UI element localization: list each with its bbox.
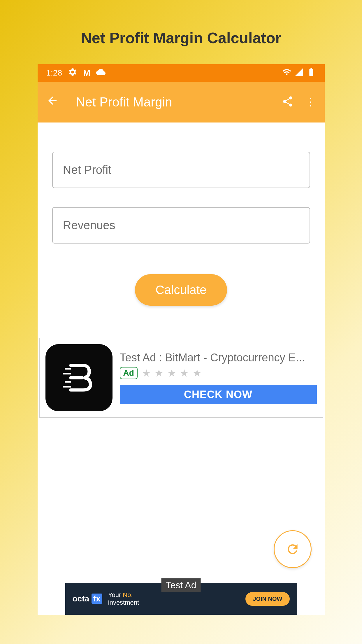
- status-bar-left: 1:28 M: [46, 67, 106, 79]
- status-time: 1:28: [46, 68, 62, 78]
- refresh-fab[interactable]: [274, 530, 312, 568]
- ad-meta-row: Ad ★ ★ ★ ★ ★: [120, 367, 317, 379]
- app-bar: Net Profit Margin ⋮: [38, 82, 325, 123]
- check-now-button[interactable]: CHECK NOW: [120, 385, 317, 404]
- mail-icon: M: [83, 68, 90, 78]
- ad-stars-icon: ★ ★ ★ ★ ★: [142, 367, 202, 379]
- ad-banner-1[interactable]: Test Ad : BitMart - Cryptocurrency E... …: [39, 338, 323, 418]
- share-icon[interactable]: [282, 95, 294, 109]
- cloud-icon: [96, 67, 106, 79]
- ad-badge: Ad: [120, 367, 138, 379]
- app-bar-title: Net Profit Margin: [76, 95, 282, 109]
- net-profit-input[interactable]: [52, 152, 310, 188]
- ad-content: Test Ad : BitMart - Cryptocurrency E... …: [120, 351, 317, 404]
- page-title: Net Profit Margin Calculator: [0, 0, 362, 64]
- status-bar-right: [282, 67, 316, 79]
- calculate-button[interactable]: Calculate: [135, 274, 227, 306]
- test-ad-label: Test Ad: [161, 578, 201, 592]
- ad-app-icon: [45, 344, 113, 411]
- settings-icon: [68, 67, 77, 79]
- signal-icon: [294, 67, 304, 79]
- ad-title: Test Ad : BitMart - Cryptocurrency E...: [120, 351, 317, 364]
- revenues-input[interactable]: [52, 207, 310, 244]
- status-bar: 1:28 M: [38, 64, 325, 82]
- phone-frame: 1:28 M Net Profit Margin: [38, 64, 325, 615]
- content-area: Calculate: [38, 123, 325, 320]
- battery-icon: [307, 67, 316, 79]
- more-icon[interactable]: ⋮: [305, 96, 316, 108]
- ad2-text: Your No. investment: [108, 591, 240, 606]
- wifi-icon: [282, 67, 291, 79]
- ad2-logo: octa fx: [73, 594, 102, 603]
- join-now-button[interactable]: JOIN NOW: [245, 592, 289, 606]
- back-arrow-icon[interactable]: [46, 94, 59, 110]
